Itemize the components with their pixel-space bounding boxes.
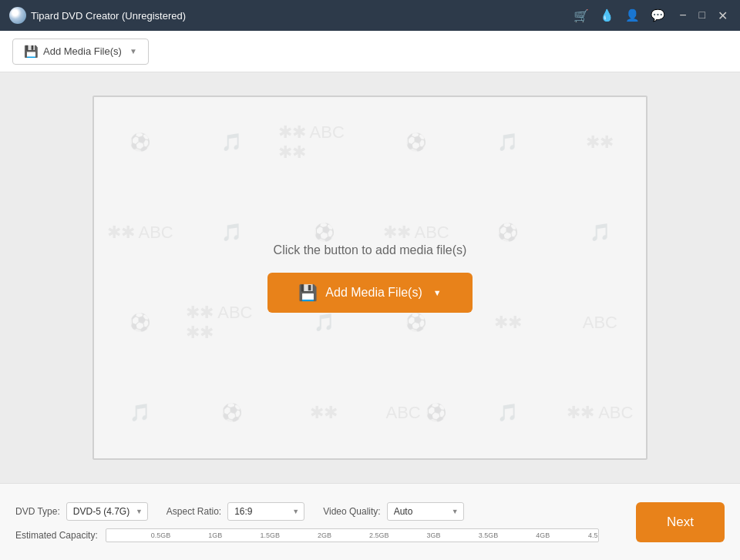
- estimated-capacity-label: Estimated Capacity:: [15, 530, 98, 541]
- titlebar-icons: 🛒 💧 👤 💬: [574, 8, 665, 23]
- tick-2gb: 2GB: [318, 531, 331, 539]
- maximize-btn[interactable]: □: [696, 7, 708, 25]
- tick-3.5gb: 3.5GB: [479, 531, 499, 539]
- dvd-type-select-wrapper: DVD-5 (4.7G) DVD-9 (8.5G): [66, 502, 148, 521]
- add-media-icon: 💾: [24, 45, 39, 59]
- cart-icon[interactable]: 🛒: [574, 8, 589, 23]
- wm-cell: ⚽: [94, 278, 186, 368]
- add-media-btn-label: Add Media File(s): [43, 45, 122, 57]
- wm-cell: ✱✱ ABC: [554, 368, 646, 458]
- tick-2.5gb: 2.5GB: [369, 531, 389, 539]
- next-btn-label: Next: [667, 515, 694, 529]
- dvd-type-group: DVD Type: DVD-5 (4.7G) DVD-9 (8.5G): [15, 502, 148, 521]
- aspect-ratio-select[interactable]: 16:9 4:3: [227, 502, 304, 521]
- wm-cell: ✱✱: [554, 97, 646, 187]
- close-btn[interactable]: ✕: [715, 7, 731, 25]
- wm-cell: ⚽: [186, 368, 278, 458]
- prompt-text: Click the button to add media file(s): [274, 243, 467, 257]
- wm-cell: 🎵: [462, 97, 553, 187]
- center-overlay: Click the button to add media file(s) 💾 …: [267, 243, 472, 313]
- dvd-type-label: DVD Type:: [15, 506, 60, 517]
- next-button[interactable]: Next: [636, 502, 725, 542]
- wm-cell: 🎵: [554, 187, 646, 277]
- tick-1gb: 1GB: [208, 531, 222, 539]
- titlebar: Tipard DVD Creator (Unregistered) 🛒 💧 👤 …: [0, 0, 740, 31]
- wm-cell: ✱✱ ABC ✱✱: [186, 278, 278, 368]
- tick-1.5gb: 1.5GB: [260, 531, 280, 539]
- capacity-bar-labels: 0.5GB 1GB 1.5GB 2GB 2.5GB 3GB 3.5GB 4GB …: [106, 529, 598, 542]
- tick-3gb: 3GB: [427, 531, 441, 539]
- user-icon[interactable]: 👤: [625, 8, 640, 22]
- main-content: ⚽ 🎵 ✱✱ ABC ✱✱ ⚽ 🎵 ✱✱ ✱✱ ABC 🎵 ⚽ ✱✱ ABC ⚽…: [0, 72, 740, 483]
- aspect-ratio-group: Aspect Ratio: 16:9 4:3: [166, 502, 304, 521]
- add-media-large-label: Add Media File(s): [325, 286, 422, 300]
- wm-cell: 🎵: [462, 368, 553, 458]
- wm-cell: ABC ⚽: [370, 368, 462, 458]
- wm-cell: ✱✱: [462, 278, 553, 368]
- wm-cell: ABC: [554, 278, 646, 368]
- add-media-large-icon: 💾: [298, 283, 318, 302]
- bottom-bar: DVD Type: DVD-5 (4.7G) DVD-9 (8.5G) Aspe…: [0, 483, 740, 560]
- wm-cell: ✱✱ ABC: [94, 187, 186, 277]
- video-quality-group: Video Quality: Auto High Medium Low: [323, 502, 464, 521]
- aspect-ratio-select-wrapper: 16:9 4:3: [227, 502, 304, 521]
- app-title: Tipard DVD Creator (Unregistered): [31, 10, 574, 22]
- drop-icon[interactable]: 💧: [600, 8, 614, 22]
- video-quality-select-wrapper: Auto High Medium Low: [387, 502, 464, 521]
- wm-cell: 🎵: [186, 187, 278, 277]
- aspect-ratio-label: Aspect Ratio:: [166, 506, 221, 517]
- wm-cell: 🎵: [186, 97, 278, 187]
- controls-row: DVD Type: DVD-5 (4.7G) DVD-9 (8.5G) Aspe…: [15, 502, 621, 521]
- window-controls: − □ ✕: [676, 7, 731, 25]
- video-quality-label: Video Quality:: [323, 506, 381, 517]
- tick-0.5gb: 0.5GB: [151, 531, 171, 539]
- dvd-type-select[interactable]: DVD-5 (4.7G) DVD-9 (8.5G): [66, 502, 148, 521]
- bottom-controls: DVD Type: DVD-5 (4.7G) DVD-9 (8.5G) Aspe…: [15, 502, 621, 542]
- tick-4.5gb: 4.5GB: [588, 531, 599, 539]
- add-media-dropdown-arrow: ▼: [130, 47, 137, 55]
- wm-cell: ⚽: [370, 97, 462, 187]
- app-logo: [9, 7, 26, 24]
- capacity-row: Estimated Capacity: 0.5GB 1GB 1.5GB 2GB …: [15, 528, 621, 542]
- minimize-btn[interactable]: −: [676, 7, 689, 25]
- wm-cell: ✱✱: [278, 368, 370, 458]
- video-quality-select[interactable]: Auto High Medium Low: [387, 502, 464, 521]
- toolbar: 💾 Add Media File(s) ▼: [0, 31, 740, 72]
- chat-icon[interactable]: 💬: [651, 8, 665, 22]
- add-media-large-dropdown-arrow: ▼: [433, 288, 442, 297]
- wm-cell: ⚽: [94, 97, 186, 187]
- tick-4gb: 4GB: [536, 531, 550, 539]
- add-media-large-button[interactable]: 💾 Add Media File(s) ▼: [267, 273, 472, 313]
- add-media-file-button[interactable]: 💾 Add Media File(s) ▼: [12, 39, 149, 65]
- wm-cell: 🎵: [94, 368, 186, 458]
- capacity-bar: 0.5GB 1GB 1.5GB 2GB 2.5GB 3GB 3.5GB 4GB …: [106, 528, 599, 542]
- wm-cell: ✱✱ ABC ✱✱: [278, 97, 370, 187]
- wm-cell: ⚽: [462, 187, 553, 277]
